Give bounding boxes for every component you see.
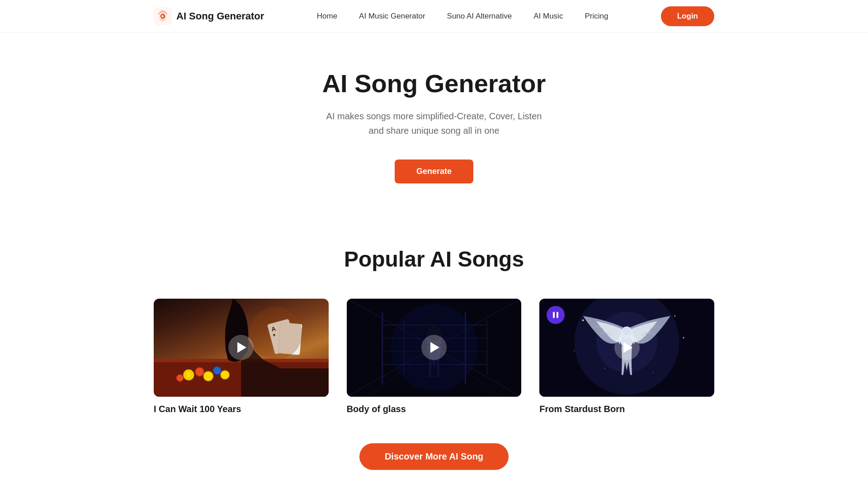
logo-label: AI Song Generator	[176, 10, 264, 22]
nav-links: Home AI Music Generator Suno AI Alternat…	[317, 12, 609, 21]
pause-bar-left	[553, 312, 555, 318]
svg-point-9	[213, 366, 221, 374]
song-card-3[interactable]: From Stardust Born	[539, 299, 714, 414]
hero-section: AI Song Generator AI makes songs more si…	[0, 33, 868, 211]
logo-icon	[154, 7, 172, 25]
song-thumbnail-3	[539, 299, 714, 397]
svg-point-46	[604, 368, 605, 369]
play-icon-1	[237, 342, 246, 353]
play-icon-3	[623, 342, 632, 353]
play-button-1[interactable]	[228, 335, 254, 360]
svg-point-10	[221, 371, 229, 379]
song-title-2: Body of glass	[347, 404, 406, 414]
hero-subtitle: AI makes songs more simplified-Create, C…	[321, 109, 547, 138]
svg-point-8	[203, 371, 213, 381]
svg-rect-25	[382, 312, 383, 384]
navbar: AI Song Generator Home AI Music Generato…	[0, 0, 868, 33]
svg-point-44	[574, 351, 575, 352]
svg-point-17	[250, 307, 302, 360]
play-icon-2	[430, 342, 439, 353]
song-card-1[interactable]: A ♠ ♠	[154, 299, 329, 414]
song-title-1: I Can Wait 100 Years	[154, 404, 241, 414]
nav-suno-ai[interactable]: Suno AI Alternative	[447, 12, 512, 21]
pause-bar-right	[557, 312, 558, 318]
nav-pricing[interactable]: Pricing	[585, 12, 608, 21]
svg-rect-28	[486, 320, 487, 375]
svg-point-45	[683, 337, 684, 338]
song-card-2[interactable]: Body of glass	[347, 299, 522, 414]
generate-button[interactable]: Generate	[395, 160, 473, 183]
song-thumbnail-1: A ♠ ♠	[154, 299, 329, 397]
songs-grid: A ♠ ♠	[154, 299, 714, 414]
nav-ai-music-generator[interactable]: AI Music Generator	[359, 12, 425, 21]
svg-point-11	[176, 375, 183, 381]
popular-songs-section: Popular AI Songs	[0, 211, 868, 488]
song-title-3: From Stardust Born	[539, 404, 625, 414]
hero-title: AI Song Generator	[0, 69, 868, 98]
play-button-3[interactable]	[614, 335, 640, 360]
song-thumbnail-2	[347, 299, 522, 397]
svg-point-42	[582, 319, 584, 321]
discover-more-button[interactable]: Discover More AI Song	[359, 443, 509, 470]
login-button[interactable]: Login	[661, 6, 714, 26]
popular-section-title: Popular AI Songs	[154, 247, 714, 272]
logo[interactable]: AI Song Generator	[154, 7, 264, 25]
pause-icon-3	[553, 312, 558, 318]
svg-point-2	[162, 15, 164, 17]
svg-point-43	[675, 315, 676, 317]
nav-ai-music[interactable]: AI Music	[533, 12, 563, 21]
nav-home[interactable]: Home	[317, 12, 337, 21]
svg-point-47	[653, 372, 654, 373]
play-button-2[interactable]	[421, 335, 447, 360]
svg-point-7	[195, 367, 204, 376]
